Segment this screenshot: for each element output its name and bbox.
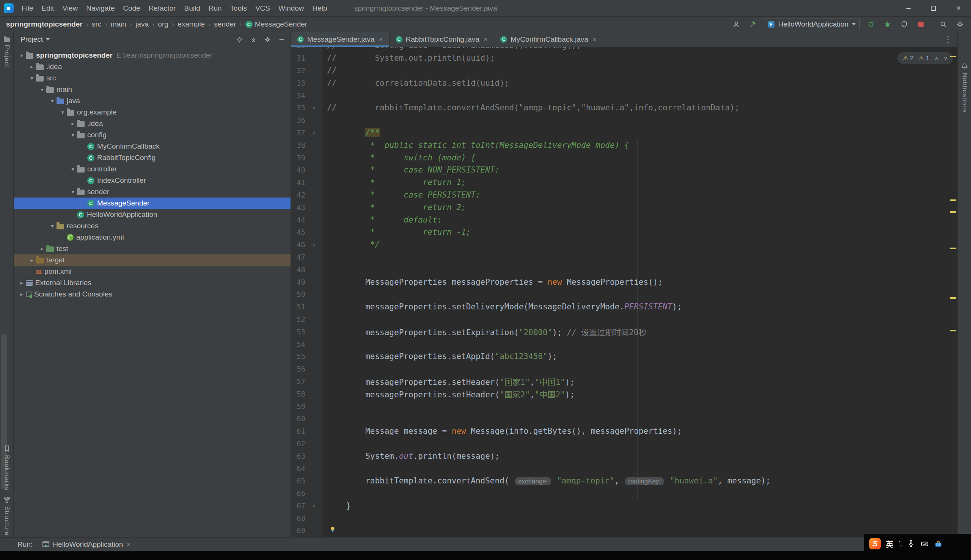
ime-language-toggle[interactable]: 英 bbox=[886, 538, 894, 549]
editor-tab[interactable]: CRabbitTopicConfig.java× bbox=[390, 32, 494, 47]
menu-item-run[interactable]: Run bbox=[204, 0, 226, 16]
line-number[interactable]: 45 bbox=[291, 228, 305, 236]
tree-item[interactable]: CHelloWorldApplication bbox=[13, 209, 290, 220]
fold-icon[interactable]: ∧ bbox=[305, 503, 322, 508]
search-icon[interactable] bbox=[938, 18, 949, 30]
editor-tab[interactable]: CMyConfirmCallback.java× bbox=[494, 32, 603, 47]
code-line[interactable]: 42 * case PERSISTENT: bbox=[291, 189, 949, 201]
coverage-icon[interactable] bbox=[899, 18, 910, 30]
code-line[interactable]: 63 System.out.println(message); bbox=[291, 450, 949, 462]
warnings-indicator[interactable]: ⚠2 bbox=[903, 54, 914, 62]
code-line[interactable]: 61 Message message = new Message(info.ge… bbox=[291, 425, 949, 438]
line-number[interactable]: 48 bbox=[291, 265, 305, 274]
chevron-icon[interactable]: ▾ bbox=[68, 189, 77, 195]
chevron-icon[interactable]: ▾ bbox=[17, 52, 26, 58]
scrollbar-thumb[interactable] bbox=[1, 333, 7, 489]
chevron-icon[interactable]: ▸ bbox=[38, 246, 46, 252]
line-number[interactable]: 50 bbox=[291, 290, 305, 298]
tree-item[interactable]: ▸target bbox=[13, 254, 290, 266]
line-number[interactable]: 41 bbox=[291, 178, 305, 187]
collaboration-icon[interactable] bbox=[731, 18, 742, 30]
menu-item-tools[interactable]: Tools bbox=[226, 0, 251, 16]
line-number[interactable]: 62 bbox=[291, 440, 305, 448]
fold-icon[interactable]: ∨ bbox=[305, 130, 322, 135]
line-number[interactable]: 61 bbox=[291, 427, 305, 435]
line-number[interactable]: 37 bbox=[291, 128, 305, 137]
line-number[interactable]: 35 bbox=[291, 103, 305, 112]
line-number[interactable]: 43 bbox=[291, 203, 305, 212]
code-line[interactable]: 56 bbox=[291, 363, 949, 375]
line-number[interactable]: 54 bbox=[291, 340, 305, 348]
code-line[interactable]: 68 bbox=[291, 512, 949, 524]
code-line[interactable]: 32// bbox=[291, 65, 949, 77]
tool-button-project[interactable]: Project bbox=[3, 32, 11, 67]
menu-item-window[interactable]: Window bbox=[274, 0, 309, 16]
line-number[interactable]: 32 bbox=[291, 67, 305, 75]
code-line[interactable]: 51 messageProperties.setDeliveryMode(Mes… bbox=[291, 301, 949, 313]
tree-item[interactable]: CRabbitTopicConfig bbox=[13, 152, 290, 163]
ime-punctuation-toggle[interactable]: ’, bbox=[899, 540, 902, 547]
line-number[interactable]: 67 bbox=[291, 502, 305, 510]
code-line[interactable]: 41 * return 1; bbox=[291, 176, 949, 189]
fold-icon[interactable]: ∧ bbox=[305, 105, 322, 111]
tool-button-structure[interactable]: Structure bbox=[3, 491, 11, 536]
tree-item[interactable]: CMessageSender bbox=[13, 198, 290, 209]
menu-item-vcs[interactable]: VCS bbox=[251, 0, 274, 16]
menu-item-view[interactable]: View bbox=[58, 0, 82, 16]
code-line[interactable]: 57 messageProperties.setHeader("国家1","中国… bbox=[291, 375, 949, 388]
line-number[interactable]: 60 bbox=[291, 414, 305, 423]
tree-item[interactable]: application.yml bbox=[13, 232, 290, 243]
line-number[interactable]: 51 bbox=[291, 303, 305, 311]
line-number[interactable]: 47 bbox=[291, 253, 305, 261]
line-number[interactable]: 56 bbox=[291, 365, 305, 373]
tree-item[interactable]: ▾src bbox=[13, 72, 290, 84]
code-line[interactable]: 67∧ } bbox=[291, 499, 949, 512]
keyboard-icon[interactable] bbox=[920, 540, 929, 548]
tree-item[interactable]: ▾config bbox=[13, 129, 290, 141]
tree-item[interactable]: CIndexController bbox=[13, 175, 290, 186]
collapse-all-icon[interactable] bbox=[250, 36, 257, 43]
menu-item-help[interactable]: Help bbox=[309, 0, 332, 16]
code-line[interactable]: 59 bbox=[291, 400, 949, 413]
close-icon[interactable]: × bbox=[484, 35, 488, 43]
breadcrumb-item[interactable]: springrmqtopicsender bbox=[6, 20, 83, 28]
sogou-logo-icon[interactable]: S bbox=[869, 538, 881, 549]
chevron-icon[interactable]: ▾ bbox=[58, 109, 67, 115]
line-number[interactable]: 63 bbox=[291, 452, 305, 460]
line-number[interactable]: 64 bbox=[291, 464, 305, 472]
chevron-icon[interactable]: ▾ bbox=[38, 87, 46, 93]
breadcrumb-item[interactable]: example bbox=[177, 20, 205, 28]
code-line[interactable]: 36 bbox=[291, 114, 949, 127]
code-line[interactable]: 49 MessageProperties messageProperties =… bbox=[291, 276, 949, 288]
breadcrumb-item[interactable]: main bbox=[111, 20, 126, 28]
chevron-icon[interactable]: ▸ bbox=[17, 280, 26, 286]
line-number[interactable]: 44 bbox=[291, 216, 305, 224]
hide-icon[interactable] bbox=[278, 36, 285, 43]
menu-item-build[interactable]: Build bbox=[180, 0, 204, 16]
stripe-mark-icon[interactable] bbox=[950, 248, 956, 249]
settings-gear-icon[interactable] bbox=[954, 18, 966, 30]
code-line[interactable]: 39 * switch (mode) { bbox=[291, 151, 949, 164]
weak-warnings-indicator[interactable]: ⚠1 bbox=[919, 54, 930, 62]
line-number[interactable]: 58 bbox=[291, 390, 305, 398]
line-number[interactable]: 55 bbox=[291, 352, 305, 360]
tree-item[interactable]: ▾sender bbox=[13, 186, 290, 198]
run-panel-tab[interactable]: HelloWorldApplication × bbox=[42, 540, 131, 548]
next-issue-icon[interactable]: ∨ bbox=[943, 55, 948, 62]
stripe-mark-icon[interactable] bbox=[950, 56, 956, 57]
chevron-icon[interactable]: ▸ bbox=[28, 64, 36, 70]
code-line[interactable]: 35∧// rabbitTemplate.convertAndSend("amq… bbox=[291, 102, 949, 114]
menu-item-file[interactable]: File bbox=[17, 0, 38, 16]
line-number[interactable]: 49 bbox=[291, 278, 305, 286]
chevron-icon[interactable]: ▾ bbox=[68, 132, 77, 138]
code-line[interactable]: 64 bbox=[291, 462, 949, 475]
line-number[interactable]: 38 bbox=[291, 141, 305, 149]
run-config-selector[interactable]: HelloWorldApplication bbox=[764, 18, 860, 30]
tool-button-notifications[interactable]: Notifications bbox=[961, 63, 968, 113]
code-line[interactable]: 31// System.out.println(uuid); bbox=[291, 52, 949, 65]
menu-item-refactor[interactable]: Refactor bbox=[145, 0, 180, 16]
chevron-icon[interactable]: ▸ bbox=[28, 257, 36, 263]
stripe-mark-icon[interactable] bbox=[950, 297, 956, 299]
chevron-icon[interactable]: ▸ bbox=[68, 120, 77, 127]
editor[interactable]: 30// String uuid = UUID.randomUUID().toS… bbox=[291, 47, 949, 537]
